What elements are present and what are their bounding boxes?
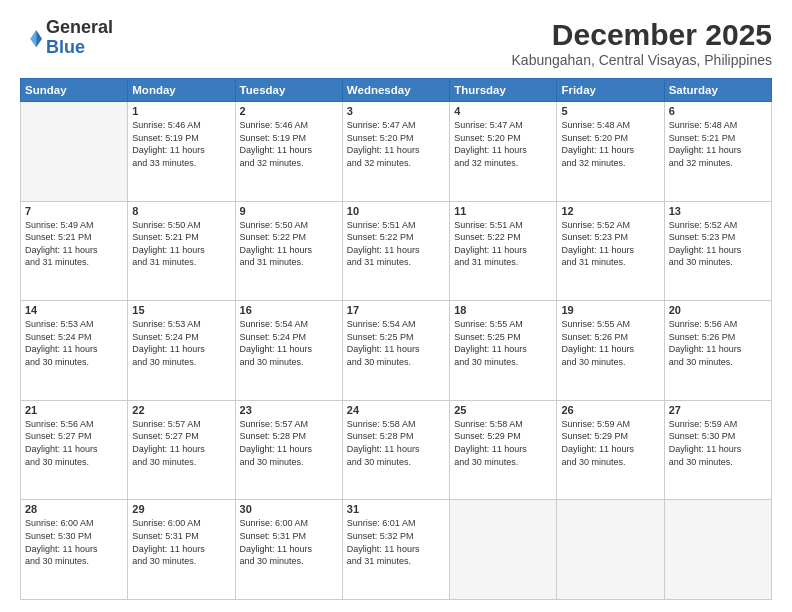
- svg-marker-0: [36, 30, 42, 48]
- calendar-cell: [21, 102, 128, 202]
- calendar-cell: 26Sunrise: 5:59 AM Sunset: 5:29 PM Dayli…: [557, 400, 664, 500]
- calendar-cell: [557, 500, 664, 600]
- calendar-cell: 21Sunrise: 5:56 AM Sunset: 5:27 PM Dayli…: [21, 400, 128, 500]
- calendar-cell: 2Sunrise: 5:46 AM Sunset: 5:19 PM Daylig…: [235, 102, 342, 202]
- calendar-cell: 23Sunrise: 5:57 AM Sunset: 5:28 PM Dayli…: [235, 400, 342, 500]
- day-info: Sunrise: 5:52 AM Sunset: 5:23 PM Dayligh…: [669, 219, 767, 269]
- day-number: 3: [347, 105, 445, 117]
- svg-marker-1: [30, 30, 36, 48]
- day-number: 12: [561, 205, 659, 217]
- day-number: 9: [240, 205, 338, 217]
- calendar-cell: 6Sunrise: 5:48 AM Sunset: 5:21 PM Daylig…: [664, 102, 771, 202]
- header: General Blue December 2025 Kabungahan, C…: [20, 18, 772, 68]
- day-info: Sunrise: 5:50 AM Sunset: 5:22 PM Dayligh…: [240, 219, 338, 269]
- calendar-header-monday: Monday: [128, 79, 235, 102]
- day-info: Sunrise: 5:55 AM Sunset: 5:26 PM Dayligh…: [561, 318, 659, 368]
- day-info: Sunrise: 5:46 AM Sunset: 5:19 PM Dayligh…: [132, 119, 230, 169]
- day-info: Sunrise: 6:00 AM Sunset: 5:31 PM Dayligh…: [240, 517, 338, 567]
- main-title: December 2025: [512, 18, 772, 52]
- day-info: Sunrise: 5:58 AM Sunset: 5:28 PM Dayligh…: [347, 418, 445, 468]
- day-info: Sunrise: 5:52 AM Sunset: 5:23 PM Dayligh…: [561, 219, 659, 269]
- day-number: 16: [240, 304, 338, 316]
- day-number: 10: [347, 205, 445, 217]
- calendar-cell: 24Sunrise: 5:58 AM Sunset: 5:28 PM Dayli…: [342, 400, 449, 500]
- day-number: 11: [454, 205, 552, 217]
- calendar-cell: 1Sunrise: 5:46 AM Sunset: 5:19 PM Daylig…: [128, 102, 235, 202]
- calendar-cell: [664, 500, 771, 600]
- day-info: Sunrise: 5:53 AM Sunset: 5:24 PM Dayligh…: [25, 318, 123, 368]
- calendar-table: SundayMondayTuesdayWednesdayThursdayFrid…: [20, 78, 772, 600]
- day-number: 8: [132, 205, 230, 217]
- calendar-header-thursday: Thursday: [450, 79, 557, 102]
- calendar-week-4: 21Sunrise: 5:56 AM Sunset: 5:27 PM Dayli…: [21, 400, 772, 500]
- day-number: 21: [25, 404, 123, 416]
- calendar-cell: 7Sunrise: 5:49 AM Sunset: 5:21 PM Daylig…: [21, 201, 128, 301]
- calendar-header-saturday: Saturday: [664, 79, 771, 102]
- day-number: 22: [132, 404, 230, 416]
- day-number: 29: [132, 503, 230, 515]
- day-info: Sunrise: 5:58 AM Sunset: 5:29 PM Dayligh…: [454, 418, 552, 468]
- subtitle: Kabungahan, Central Visayas, Philippines: [512, 52, 772, 68]
- calendar-week-3: 14Sunrise: 5:53 AM Sunset: 5:24 PM Dayli…: [21, 301, 772, 401]
- calendar-cell: 19Sunrise: 5:55 AM Sunset: 5:26 PM Dayli…: [557, 301, 664, 401]
- day-info: Sunrise: 6:01 AM Sunset: 5:32 PM Dayligh…: [347, 517, 445, 567]
- calendar-cell: 25Sunrise: 5:58 AM Sunset: 5:29 PM Dayli…: [450, 400, 557, 500]
- calendar-cell: 31Sunrise: 6:01 AM Sunset: 5:32 PM Dayli…: [342, 500, 449, 600]
- day-info: Sunrise: 5:47 AM Sunset: 5:20 PM Dayligh…: [347, 119, 445, 169]
- day-number: 6: [669, 105, 767, 117]
- day-info: Sunrise: 5:48 AM Sunset: 5:21 PM Dayligh…: [669, 119, 767, 169]
- day-number: 27: [669, 404, 767, 416]
- calendar-cell: 15Sunrise: 5:53 AM Sunset: 5:24 PM Dayli…: [128, 301, 235, 401]
- day-info: Sunrise: 5:56 AM Sunset: 5:27 PM Dayligh…: [25, 418, 123, 468]
- day-info: Sunrise: 5:48 AM Sunset: 5:20 PM Dayligh…: [561, 119, 659, 169]
- day-number: 19: [561, 304, 659, 316]
- day-number: 4: [454, 105, 552, 117]
- logo-text: General Blue: [46, 18, 113, 58]
- day-info: Sunrise: 5:55 AM Sunset: 5:25 PM Dayligh…: [454, 318, 552, 368]
- logo-blue: Blue: [46, 37, 85, 57]
- calendar-header-sunday: Sunday: [21, 79, 128, 102]
- page: General Blue December 2025 Kabungahan, C…: [0, 0, 792, 612]
- day-number: 28: [25, 503, 123, 515]
- calendar-header-row: SundayMondayTuesdayWednesdayThursdayFrid…: [21, 79, 772, 102]
- calendar-cell: 8Sunrise: 5:50 AM Sunset: 5:21 PM Daylig…: [128, 201, 235, 301]
- calendar-cell: 17Sunrise: 5:54 AM Sunset: 5:25 PM Dayli…: [342, 301, 449, 401]
- day-info: Sunrise: 5:50 AM Sunset: 5:21 PM Dayligh…: [132, 219, 230, 269]
- day-info: Sunrise: 5:53 AM Sunset: 5:24 PM Dayligh…: [132, 318, 230, 368]
- day-info: Sunrise: 5:59 AM Sunset: 5:29 PM Dayligh…: [561, 418, 659, 468]
- calendar-cell: 3Sunrise: 5:47 AM Sunset: 5:20 PM Daylig…: [342, 102, 449, 202]
- day-number: 13: [669, 205, 767, 217]
- day-info: Sunrise: 5:57 AM Sunset: 5:27 PM Dayligh…: [132, 418, 230, 468]
- day-info: Sunrise: 5:59 AM Sunset: 5:30 PM Dayligh…: [669, 418, 767, 468]
- day-info: Sunrise: 6:00 AM Sunset: 5:30 PM Dayligh…: [25, 517, 123, 567]
- calendar-header-wednesday: Wednesday: [342, 79, 449, 102]
- day-info: Sunrise: 6:00 AM Sunset: 5:31 PM Dayligh…: [132, 517, 230, 567]
- day-info: Sunrise: 5:46 AM Sunset: 5:19 PM Dayligh…: [240, 119, 338, 169]
- calendar-week-5: 28Sunrise: 6:00 AM Sunset: 5:30 PM Dayli…: [21, 500, 772, 600]
- calendar-cell: 30Sunrise: 6:00 AM Sunset: 5:31 PM Dayli…: [235, 500, 342, 600]
- day-info: Sunrise: 5:51 AM Sunset: 5:22 PM Dayligh…: [347, 219, 445, 269]
- day-info: Sunrise: 5:47 AM Sunset: 5:20 PM Dayligh…: [454, 119, 552, 169]
- calendar-cell: 13Sunrise: 5:52 AM Sunset: 5:23 PM Dayli…: [664, 201, 771, 301]
- day-number: 25: [454, 404, 552, 416]
- calendar-cell: 18Sunrise: 5:55 AM Sunset: 5:25 PM Dayli…: [450, 301, 557, 401]
- day-info: Sunrise: 5:57 AM Sunset: 5:28 PM Dayligh…: [240, 418, 338, 468]
- calendar-week-2: 7Sunrise: 5:49 AM Sunset: 5:21 PM Daylig…: [21, 201, 772, 301]
- title-block: December 2025 Kabungahan, Central Visaya…: [512, 18, 772, 68]
- calendar-cell: 14Sunrise: 5:53 AM Sunset: 5:24 PM Dayli…: [21, 301, 128, 401]
- calendar-cell: 5Sunrise: 5:48 AM Sunset: 5:20 PM Daylig…: [557, 102, 664, 202]
- day-info: Sunrise: 5:54 AM Sunset: 5:24 PM Dayligh…: [240, 318, 338, 368]
- calendar-cell: 20Sunrise: 5:56 AM Sunset: 5:26 PM Dayli…: [664, 301, 771, 401]
- calendar-cell: 10Sunrise: 5:51 AM Sunset: 5:22 PM Dayli…: [342, 201, 449, 301]
- calendar-cell: 11Sunrise: 5:51 AM Sunset: 5:22 PM Dayli…: [450, 201, 557, 301]
- day-number: 17: [347, 304, 445, 316]
- calendar-cell: 16Sunrise: 5:54 AM Sunset: 5:24 PM Dayli…: [235, 301, 342, 401]
- day-number: 1: [132, 105, 230, 117]
- day-info: Sunrise: 5:54 AM Sunset: 5:25 PM Dayligh…: [347, 318, 445, 368]
- day-info: Sunrise: 5:56 AM Sunset: 5:26 PM Dayligh…: [669, 318, 767, 368]
- logo-icon: [20, 27, 42, 49]
- calendar-week-1: 1Sunrise: 5:46 AM Sunset: 5:19 PM Daylig…: [21, 102, 772, 202]
- day-number: 30: [240, 503, 338, 515]
- day-number: 2: [240, 105, 338, 117]
- day-number: 23: [240, 404, 338, 416]
